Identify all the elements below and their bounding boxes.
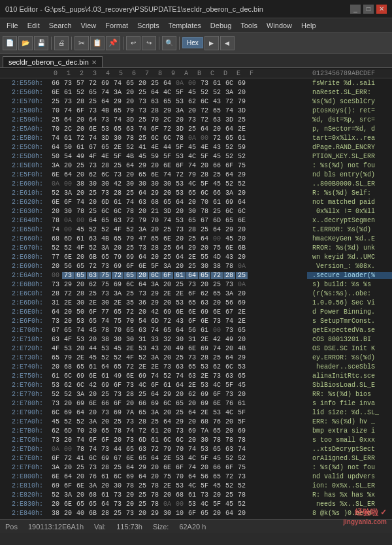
hex-byte[interactable]: 73: [124, 418, 136, 425]
hex-byte[interactable]: 69: [161, 308, 173, 316]
hex-byte[interactable]: 72: [87, 80, 99, 87]
hex-byte[interactable]: 00: [62, 446, 74, 453]
hex-byte[interactable]: 2E: [236, 308, 248, 316]
hex-byte[interactable]: 65: [199, 510, 210, 517]
hex-byte[interactable]: 25: [174, 409, 186, 416]
hex-byte[interactable]: 64: [223, 510, 235, 517]
hex-byte[interactable]: 72: [87, 263, 99, 270]
hex-byte[interactable]: 29: [236, 171, 248, 178]
hex-byte[interactable]: 65: [62, 327, 74, 334]
hex-byte[interactable]: 30: [124, 180, 136, 188]
hex-byte[interactable]: 56: [199, 473, 210, 480]
hex-byte[interactable]: 0A: [62, 217, 74, 224]
hex-byte[interactable]: 30: [99, 299, 111, 306]
hex-byte[interactable]: 3D: [124, 116, 136, 124]
hex-byte[interactable]: 64: [186, 272, 198, 279]
hex-byte[interactable]: 25: [149, 418, 161, 425]
hex-byte[interactable]: 6C: [74, 382, 86, 389]
hex-byte[interactable]: 3D: [174, 125, 186, 133]
hex-byte[interactable]: 3A: [50, 162, 61, 169]
hex-byte[interactable]: 72: [124, 363, 136, 371]
hex-byte[interactable]: 64: [186, 473, 198, 480]
hex-byte[interactable]: 78: [174, 135, 186, 142]
hex-byte[interactable]: 6F: [211, 391, 223, 398]
hex-byte[interactable]: 5F: [149, 263, 161, 270]
hex-byte[interactable]: 4B: [99, 235, 111, 242]
hex-byte[interactable]: 20: [74, 345, 86, 352]
hex-byte[interactable]: 64: [149, 455, 161, 462]
hex-byte[interactable]: 79: [62, 354, 74, 361]
open-button[interactable]: 📂: [18, 36, 33, 50]
hex-byte[interactable]: 25: [112, 162, 123, 169]
hex-byte[interactable]: 53: [199, 382, 210, 389]
hex-byte[interactable]: 20: [124, 98, 136, 105]
hex-byte[interactable]: 20: [161, 190, 173, 197]
hex-byte[interactable]: 65: [124, 272, 136, 279]
hex-byte[interactable]: 69: [137, 372, 148, 380]
hex-byte[interactable]: 2C: [62, 125, 74, 133]
hex-byte[interactable]: 4C: [223, 409, 235, 416]
hex-byte[interactable]: 72: [74, 135, 86, 142]
hex-byte[interactable]: 20: [74, 254, 86, 261]
hex-byte[interactable]: 65: [161, 327, 173, 334]
hex-byte[interactable]: 64: [62, 473, 74, 480]
hex-byte[interactable]: 20: [62, 400, 74, 407]
hex-byte[interactable]: 52: [99, 354, 111, 361]
hex-byte[interactable]: 53: [174, 455, 186, 462]
hex-byte[interactable]: 25: [112, 418, 123, 425]
hex-byte[interactable]: 70: [50, 125, 61, 133]
hex-byte[interactable]: 49: [74, 153, 86, 160]
hex-byte[interactable]: 73: [112, 391, 123, 398]
hex-byte[interactable]: 20: [62, 437, 74, 444]
hex-byte[interactable]: 6E: [199, 318, 210, 325]
hex-byte[interactable]: 40: [74, 510, 86, 517]
hex-byte[interactable]: 70: [124, 318, 136, 325]
hex-byte[interactable]: 20: [161, 409, 173, 416]
hex-byte[interactable]: 00: [50, 272, 61, 279]
hex-byte[interactable]: 73: [99, 190, 111, 197]
hex-byte[interactable]: 45: [211, 482, 223, 489]
save-button[interactable]: 💾: [34, 36, 48, 50]
hex-byte[interactable]: 6F: [124, 263, 136, 270]
hex-byte[interactable]: 3A: [174, 107, 186, 114]
hex-byte[interactable]: 4F: [62, 336, 74, 343]
hex-byte[interactable]: 20: [236, 254, 248, 261]
hex-byte[interactable]: 78: [112, 427, 123, 435]
hex-byte[interactable]: 74: [161, 217, 173, 224]
hex-byte[interactable]: 4F: [124, 354, 136, 361]
hex-byte[interactable]: 65: [223, 135, 235, 142]
hex-byte[interactable]: 6F: [223, 464, 235, 471]
hex-byte[interactable]: 6F: [112, 400, 123, 407]
table-row[interactable]: 2:E7F0h:3A20257328256429206E6F7420666F75…: [0, 463, 392, 472]
hex-byte[interactable]: 73: [186, 281, 198, 288]
hex-byte[interactable]: 65: [161, 199, 173, 206]
hex-byte[interactable]: 64: [62, 171, 74, 178]
hex-byte[interactable]: 6C: [236, 208, 248, 215]
hex-byte[interactable]: 20: [199, 162, 210, 169]
hex-byte[interactable]: 6C: [50, 409, 61, 416]
hex-byte[interactable]: 74: [223, 107, 235, 114]
hex-byte[interactable]: 52: [62, 418, 74, 425]
hex-byte[interactable]: 20: [236, 510, 248, 517]
hex-byte[interactable]: 0A: [50, 446, 61, 453]
table-row[interactable]: 2:E640h:780A00646563727970745365676D656E…: [0, 216, 392, 225]
hex-byte[interactable]: 20: [62, 308, 74, 316]
hex-byte[interactable]: 65: [186, 217, 198, 224]
hex-byte[interactable]: 00: [211, 235, 223, 242]
hex-byte[interactable]: 6D: [211, 217, 223, 224]
hex-byte[interactable]: 52: [124, 144, 136, 151]
hex-byte[interactable]: 73: [161, 363, 173, 371]
hex-byte[interactable]: 31: [186, 336, 198, 343]
hex-byte[interactable]: 54: [137, 318, 148, 325]
hex-byte[interactable]: 74: [74, 437, 86, 444]
hex-byte[interactable]: 3A: [161, 263, 173, 270]
hex-byte[interactable]: 74: [124, 427, 136, 435]
hex-byte[interactable]: 25: [137, 482, 148, 489]
hex-byte[interactable]: 64: [174, 199, 186, 206]
hex-byte[interactable]: 44: [87, 345, 99, 352]
hex-byte[interactable]: 5F: [174, 89, 186, 96]
hex-byte[interactable]: 69: [112, 409, 123, 416]
hex-byte[interactable]: 61: [112, 199, 123, 206]
hex-byte[interactable]: 28: [99, 510, 111, 517]
hex-byte[interactable]: 67: [112, 455, 123, 462]
